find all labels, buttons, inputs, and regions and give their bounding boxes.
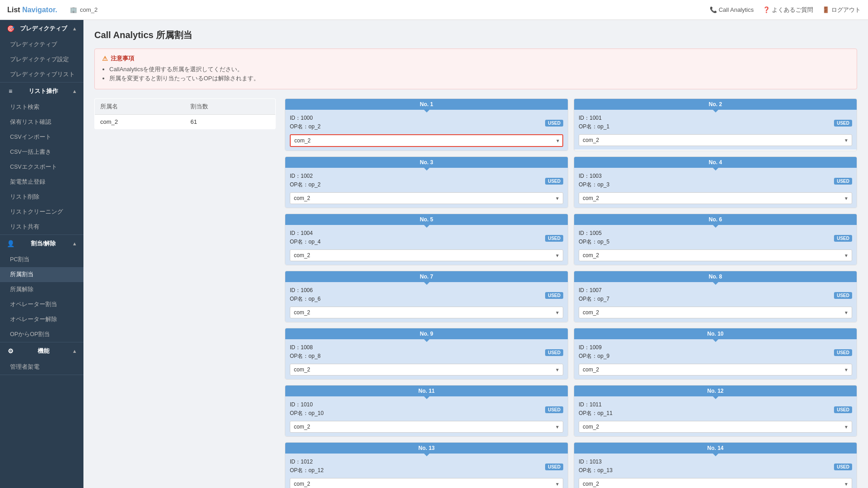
slot-select-wrapper-No. 10: com_2com_1com_3 (579, 364, 852, 376)
slot-id: ID：1011 (579, 401, 613, 409)
sidebar-item-プレディクティブ[interactable]: プレディクティブ (0, 37, 83, 52)
sidebar-item-PC割当[interactable]: PC割当 (0, 252, 83, 267)
slot-select-No. 14[interactable]: com_2com_1com_3 (579, 478, 852, 488)
company-name: com_2 (80, 6, 98, 13)
app-logo: List Navigator. (7, 6, 57, 14)
sidebar-item-リスト共有[interactable]: リスト共有 (0, 220, 83, 234)
slot-id: ID：1013 (579, 458, 613, 466)
used-badge: USED (545, 464, 563, 470)
sidebar-section-header-predictive[interactable]: 🎯プレディクティブ▲ (0, 20, 83, 37)
notice-box: ⚠ 注意事項 CallAnalyticsを使用する所属を選択してください。所属を… (94, 49, 857, 89)
slot-header-No. 4: No. 4 (574, 157, 857, 168)
sidebar-item-架電禁止登録[interactable]: 架電禁止登録 (0, 175, 83, 190)
logout-link[interactable]: 🚪 ログアウト (822, 6, 861, 14)
slot-op: OP名：op_9 (579, 352, 610, 360)
main-layout: 🎯プレディクティブ▲プレディクティブプレディクティブ設定プレディクティブリスト≡… (0, 20, 868, 488)
slot-header-No. 3: No. 3 (285, 157, 568, 168)
sidebar-section-header-assign[interactable]: 👤割当/解除▲ (0, 235, 83, 252)
slot-info-No. 14: ID：1013OP名：op_13USED (579, 458, 852, 475)
logout-icon: 🚪 (822, 6, 829, 13)
sidebar-section-header-list-ops[interactable]: ≡リスト操作▲ (0, 83, 83, 100)
slot-body-No. 14: ID：1013OP名：op_13USEDcom_2com_1com_3 (574, 454, 857, 488)
used-badge: USED (834, 406, 852, 413)
slot-info-No. 9: ID：1008OP名：op_8USED (290, 344, 563, 361)
notice-list: CallAnalyticsを使用する所属を選択してください。所属を変更すると割り… (102, 65, 849, 83)
slot-select-wrapper-No. 7: com_2com_1com_3 (290, 307, 563, 318)
slot-select-wrapper-No. 6: com_2com_1com_3 (579, 249, 852, 261)
used-badge: USED (545, 178, 563, 185)
slot-select-No. 11[interactable]: com_2com_1com_3 (290, 421, 563, 433)
sidebar-section-header-func[interactable]: ⚙機能▲ (0, 342, 83, 360)
slot-body-No. 6: ID：1005OP名：op_5USEDcom_2com_1com_3 (574, 225, 857, 265)
page-title: Call Analytics 所属割当 (94, 29, 857, 41)
slot-id: ID：1001 (579, 114, 610, 122)
slot-select-No. 10[interactable]: com_2com_1com_3 (579, 364, 852, 376)
slot-header-No. 8: No. 8 (574, 271, 857, 282)
slot-id: ID：1010 (290, 401, 324, 409)
sidebar-item-管理者架電[interactable]: 管理者架電 (0, 360, 83, 375)
sidebar-item-CSVインポート[interactable]: CSVインポート (0, 130, 83, 145)
assign-table-container: 所属名 割当数 com_261 (94, 98, 276, 129)
slot-select-No. 5[interactable]: com_2com_1com_3 (290, 249, 563, 261)
slot-header-No. 9: No. 9 (285, 328, 568, 339)
sidebar-item-オペレーター割当[interactable]: オペレーター割当 (0, 297, 83, 312)
slot-select-wrapper-No. 12: com_2com_1com_3 (579, 421, 852, 433)
used-badge: USED (545, 120, 563, 127)
slot-select-No. 9[interactable]: com_2com_1com_3 (290, 364, 563, 376)
top-nav-actions: 📞 Call Analytics ❓ よくあるご質問 🚪 ログアウト (710, 6, 861, 14)
slot-id: ID：1004 (290, 229, 321, 237)
sidebar-item-オペレーター解除[interactable]: オペレーター解除 (0, 312, 83, 327)
sidebar-item-リスト削除[interactable]: リスト削除 (0, 190, 83, 205)
slot-op: OP名：op_5 (579, 238, 610, 246)
slot-op: OP名：op_12 (290, 467, 324, 474)
slot-select-No. 1[interactable]: com_2com_1com_3 (290, 134, 563, 147)
sidebar-item-CSV一括上書き[interactable]: CSV一括上書き (0, 145, 83, 160)
sidebar-item-所属割当[interactable]: 所属割当 (0, 267, 83, 282)
slot-card-no.-4: No. 4ID：1003OP名：op_3USEDcom_2com_1com_3 (574, 156, 857, 208)
slot-body-No. 11: ID：1010OP名：op_10USEDcom_2com_1com_3 (285, 396, 568, 436)
slot-info-No. 12: ID：1011OP名：op_11USED (579, 401, 852, 418)
slot-select-No. 12[interactable]: com_2com_1com_3 (579, 421, 852, 433)
slot-select-No. 7[interactable]: com_2com_1com_3 (290, 307, 563, 318)
slot-card-no.-7: No. 7ID：1006OP名：op_6USEDcom_2com_1com_3 (285, 271, 568, 322)
used-badge: USED (834, 292, 852, 299)
slot-select-No. 2[interactable]: com_2com_1com_3 (579, 134, 852, 146)
sidebar-item-プレディクティブ設定[interactable]: プレディクティブ設定 (0, 52, 83, 67)
sidebar-item-OPからOP割当[interactable]: OPからOP割当 (0, 327, 83, 342)
sidebar-item-リストクリーニング[interactable]: リストクリーニング (0, 205, 83, 220)
call-analytics-icon: 📞 (710, 6, 717, 13)
sidebar-item-リスト検索[interactable]: リスト検索 (0, 100, 83, 115)
slot-body-No. 8: ID：1007OP名：op_7USEDcom_2com_1com_3 (574, 282, 857, 322)
slot-info-No. 3: ID：1002OP名：op_2USED (290, 172, 563, 190)
section-icon-func: ⚙ (6, 347, 15, 355)
slot-op: OP名：op_1 (579, 123, 610, 131)
slot-select-No. 13[interactable]: com_2com_1com_3 (290, 478, 563, 488)
slot-select-No. 3[interactable]: com_2com_1com_3 (290, 192, 563, 204)
current-company: 🏢 com_2 (70, 6, 98, 13)
call-analytics-link[interactable]: 📞 Call Analytics (710, 6, 754, 13)
slot-select-No. 6[interactable]: com_2com_1com_3 (579, 249, 852, 261)
sidebar-item-所属解除[interactable]: 所属解除 (0, 282, 83, 297)
slot-info-No. 1: ID：1000OP名：op_2USED (290, 114, 563, 132)
slot-select-wrapper-No. 11: com_2com_1com_3 (290, 421, 563, 433)
slot-header-No. 11: No. 11 (285, 386, 568, 396)
faq-link[interactable]: ❓ よくあるご質問 (763, 6, 813, 14)
slot-header-No. 5: No. 5 (285, 214, 568, 225)
slot-card-no.-2: No. 2ID：1001OP名：op_1USEDcom_2com_1com_3 (574, 98, 857, 151)
slot-header-No. 10: No. 10 (574, 328, 857, 339)
slot-header-No. 12: No. 12 (574, 386, 857, 396)
slot-select-No. 4[interactable]: com_2com_1com_3 (579, 192, 852, 204)
sidebar-item-保有リスト確認[interactable]: 保有リスト確認 (0, 115, 83, 130)
slot-card-no.-1: No. 1ID：1000OP名：op_2USEDcom_2com_1com_3 (285, 98, 568, 151)
slot-body-No. 3: ID：1002OP名：op_2USEDcom_2com_1com_3 (285, 168, 568, 208)
slot-info-No. 7: ID：1006OP名：op_6USED (290, 287, 563, 304)
company-icon: 🏢 (70, 6, 77, 13)
sidebar-item-プレディクティブリスト[interactable]: プレディクティブリスト (0, 67, 83, 82)
slot-body-No. 10: ID：1009OP名：op_9USEDcom_2com_1com_3 (574, 339, 857, 379)
notice-item: CallAnalyticsを使用する所属を選択してください。 (109, 65, 849, 73)
sidebar-item-CSVエクスポート[interactable]: CSVエクスポート (0, 160, 83, 175)
slot-card-no.-8: No. 8ID：1007OP名：op_7USEDcom_2com_1com_3 (574, 271, 857, 322)
slot-select-No. 8[interactable]: com_2com_1com_3 (579, 307, 852, 318)
assign-table: 所属名 割当数 com_261 (94, 98, 276, 129)
slot-card-no.-10: No. 10ID：1009OP名：op_9USEDcom_2com_1com_3 (574, 328, 857, 380)
